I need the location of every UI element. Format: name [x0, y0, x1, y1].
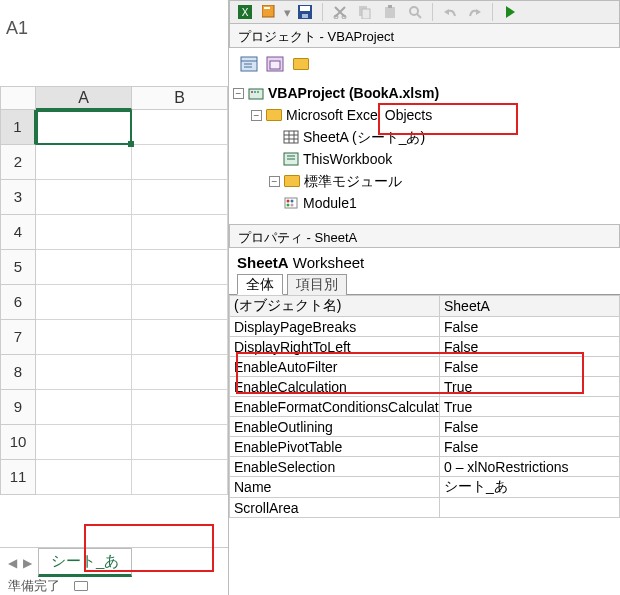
cell[interactable] [132, 425, 228, 460]
select-all-corner[interactable] [0, 86, 36, 110]
cell[interactable] [132, 285, 228, 320]
row-header[interactable]: 6 [0, 285, 36, 320]
svg-text:X: X [242, 7, 249, 18]
cell[interactable] [36, 145, 132, 180]
row-header[interactable]: 10 [0, 425, 36, 460]
prop-value[interactable]: False [440, 417, 620, 437]
cell[interactable] [36, 460, 132, 495]
macro-record-icon[interactable] [74, 581, 88, 591]
cell[interactable] [132, 215, 228, 250]
prop-value[interactable]: False [440, 337, 620, 357]
collapse-icon[interactable]: − [269, 176, 280, 187]
row-header[interactable]: 2 [0, 145, 36, 180]
cell[interactable] [132, 110, 228, 145]
cell[interactable] [132, 250, 228, 285]
cell[interactable] [36, 320, 132, 355]
sheet-tab-active[interactable]: シート_あ [38, 548, 132, 577]
copy-button[interactable] [354, 3, 376, 21]
collapse-icon[interactable]: − [233, 88, 244, 99]
cell[interactable] [36, 180, 132, 215]
prop-value[interactable]: シート_あ [440, 477, 620, 498]
col-header-b[interactable]: B [132, 86, 228, 110]
prop-name[interactable]: ScrollArea [230, 498, 440, 518]
row-header[interactable]: 3 [0, 180, 36, 215]
find-button[interactable] [404, 3, 426, 21]
cell[interactable] [132, 390, 228, 425]
svg-point-13 [410, 7, 418, 15]
paste-button[interactable] [379, 3, 401, 21]
row-header[interactable]: 11 [0, 460, 36, 495]
undo-button[interactable] [439, 3, 461, 21]
view-object-button[interactable] [263, 54, 287, 74]
svg-rect-20 [270, 61, 280, 69]
tree-modules-folder[interactable]: − 標準モジュール [233, 170, 616, 192]
prop-name[interactable]: EnableSelection [230, 457, 440, 477]
prop-name[interactable]: EnableFormatConditionsCalculation [230, 397, 440, 417]
redo-button[interactable] [464, 3, 486, 21]
cell[interactable] [36, 215, 132, 250]
cell[interactable] [132, 145, 228, 180]
insert-dropdown-button[interactable] [259, 3, 281, 21]
properties-grid[interactable]: (オブジェクト名)SheetA DisplayPageBreaksFalse D… [229, 295, 620, 518]
prop-name[interactable]: (オブジェクト名) [230, 296, 440, 317]
sheet-nav-next-icon[interactable]: ▶ [23, 556, 32, 570]
prop-name[interactable]: EnablePivotTable [230, 437, 440, 457]
tree-project-root[interactable]: − VBAProject (BookA.xlsm) [233, 82, 616, 104]
prop-value[interactable]: False [440, 357, 620, 377]
name-box[interactable]: A1 [6, 18, 28, 39]
run-button[interactable] [499, 3, 521, 21]
cell[interactable] [132, 355, 228, 390]
prop-value[interactable]: True [440, 397, 620, 417]
row-header[interactable]: 9 [0, 390, 36, 425]
view-code-button[interactable] [237, 54, 261, 74]
row-header[interactable]: 5 [0, 250, 36, 285]
cell[interactable] [36, 425, 132, 460]
tree-module-item[interactable]: Module1 [233, 192, 616, 214]
cell[interactable] [132, 180, 228, 215]
folder-icon [266, 109, 282, 121]
prop-name[interactable]: Name [230, 477, 440, 498]
cell[interactable] [36, 250, 132, 285]
collapse-icon[interactable]: − [251, 110, 262, 121]
prop-name[interactable]: EnableCalculation [230, 377, 440, 397]
prop-value[interactable] [440, 498, 620, 518]
toggle-folders-button[interactable] [289, 54, 313, 74]
module-icon [283, 196, 299, 210]
col-header-a[interactable]: A [36, 86, 132, 110]
cell[interactable] [36, 390, 132, 425]
tree-sheet-item[interactable]: SheetA (シート_あ) [233, 126, 616, 148]
svg-rect-33 [285, 198, 297, 208]
tree-thisworkbook-item[interactable]: ThisWorkbook [233, 148, 616, 170]
excel-pane: A1 A B 1 2 3 4 5 6 7 8 9 10 11 ◀ ▶ シート_あ… [0, 0, 228, 595]
row-header[interactable]: 8 [0, 355, 36, 390]
prop-name[interactable]: EnableAutoFilter [230, 357, 440, 377]
properties-object-selector[interactable]: SheetA Worksheet [229, 248, 620, 273]
prop-name[interactable]: EnableOutlining [230, 417, 440, 437]
row-header[interactable]: 4 [0, 215, 36, 250]
cell-a1[interactable] [36, 110, 132, 145]
prop-name[interactable]: DisplayPageBreaks [230, 317, 440, 337]
cell[interactable] [132, 320, 228, 355]
cell[interactable] [36, 285, 132, 320]
prop-value[interactable]: False [440, 437, 620, 457]
row-header[interactable]: 7 [0, 320, 36, 355]
props-tab-categorized[interactable]: 項目別 [287, 274, 347, 295]
prop-value[interactable]: SheetA [440, 296, 620, 317]
row-header[interactable]: 1 [0, 110, 36, 145]
props-tab-all[interactable]: 全体 [237, 274, 283, 295]
folder-icon [284, 175, 300, 187]
save-button[interactable] [294, 3, 316, 21]
prop-name[interactable]: DisplayRightToLeft [230, 337, 440, 357]
cell[interactable] [132, 460, 228, 495]
sheet-nav-prev-icon[interactable]: ◀ [8, 556, 17, 570]
tree-objects-folder[interactable]: − Microsoft Excel Objects [233, 104, 616, 126]
prop-value[interactable]: True [440, 377, 620, 397]
prop-value[interactable]: 0 – xlNoRestrictions [440, 457, 620, 477]
prop-value[interactable]: False [440, 317, 620, 337]
cell[interactable] [36, 355, 132, 390]
cut-button[interactable] [329, 3, 351, 21]
view-excel-button[interactable]: X [234, 3, 256, 21]
svg-rect-21 [249, 89, 263, 99]
status-bar: 準備完了 [8, 577, 88, 595]
project-tree[interactable]: − VBAProject (BookA.xlsm) − Microsoft Ex… [229, 80, 620, 224]
